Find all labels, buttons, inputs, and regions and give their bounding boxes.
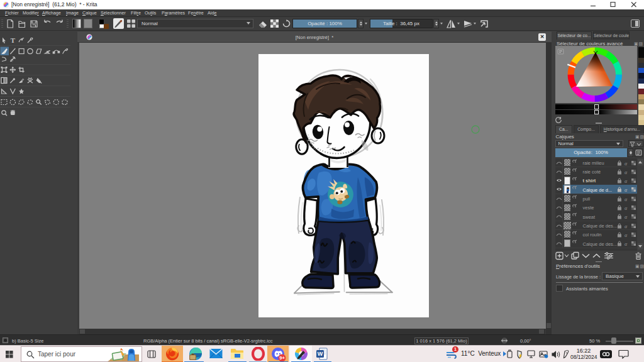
svg-text:α: α [625, 187, 628, 193]
svg-text:α: α [625, 178, 628, 184]
svg-text:α: α [625, 206, 628, 211]
svg-text:α: α [625, 223, 628, 229]
svg-text:α: α [625, 160, 628, 166]
svg-text:α: α [625, 169, 628, 175]
svg-text:W: W [318, 351, 323, 357]
svg-text:α: α [625, 232, 628, 238]
svg-text:T: T [11, 36, 16, 44]
svg-text:α: α [625, 241, 628, 247]
svg-text:9+: 9+ [279, 355, 285, 361]
svg-text:α: α [625, 214, 628, 220]
svg-text:α: α [625, 196, 628, 202]
